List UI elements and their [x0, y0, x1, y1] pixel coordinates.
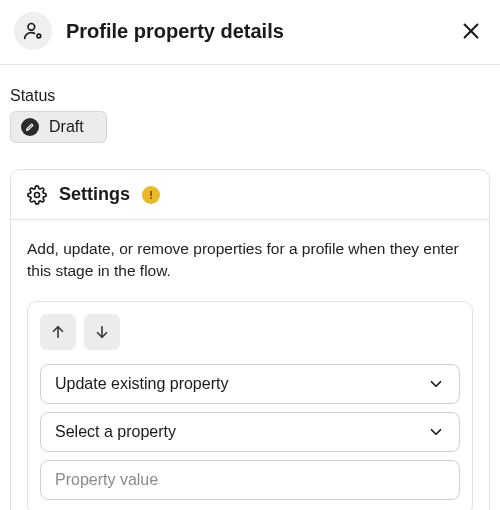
move-down-button[interactable] — [84, 314, 120, 350]
action-select-value: Update existing property — [55, 375, 228, 393]
arrow-up-icon — [49, 323, 67, 341]
settings-card: Settings ! Add, update, or remove proper… — [10, 169, 490, 510]
close-button[interactable] — [456, 16, 486, 46]
panel-content: Status Draft Settings ! Add, update, or … — [0, 65, 500, 510]
gear-icon — [27, 185, 47, 205]
settings-body: Add, update, or remove properties for a … — [11, 220, 489, 510]
reorder-controls — [40, 314, 460, 350]
action-select[interactable]: Update existing property — [40, 364, 460, 404]
settings-description: Add, update, or remove properties for a … — [27, 238, 473, 283]
chevron-down-icon — [427, 375, 445, 393]
property-select[interactable]: Select a property — [40, 412, 460, 452]
draft-status-icon — [21, 118, 39, 136]
settings-header: Settings ! — [11, 170, 489, 219]
svg-point-1 — [37, 34, 41, 38]
status-label: Status — [10, 87, 490, 105]
status-badge: Draft — [10, 111, 107, 143]
close-icon — [460, 20, 482, 42]
profile-icon — [23, 21, 43, 41]
panel-header: Profile property details — [0, 0, 500, 64]
settings-title: Settings — [59, 184, 130, 205]
profile-icon-wrap — [14, 12, 52, 50]
property-group: Update existing property Select a proper… — [27, 301, 473, 510]
arrow-down-icon — [93, 323, 111, 341]
chevron-down-icon — [427, 423, 445, 441]
warning-icon: ! — [142, 186, 160, 204]
move-up-button[interactable] — [40, 314, 76, 350]
svg-point-0 — [28, 24, 35, 31]
property-select-value: Select a property — [55, 423, 176, 441]
status-value: Draft — [49, 118, 84, 136]
property-value-input[interactable] — [40, 460, 460, 500]
svg-point-4 — [35, 192, 40, 197]
panel-title: Profile property details — [66, 20, 442, 43]
